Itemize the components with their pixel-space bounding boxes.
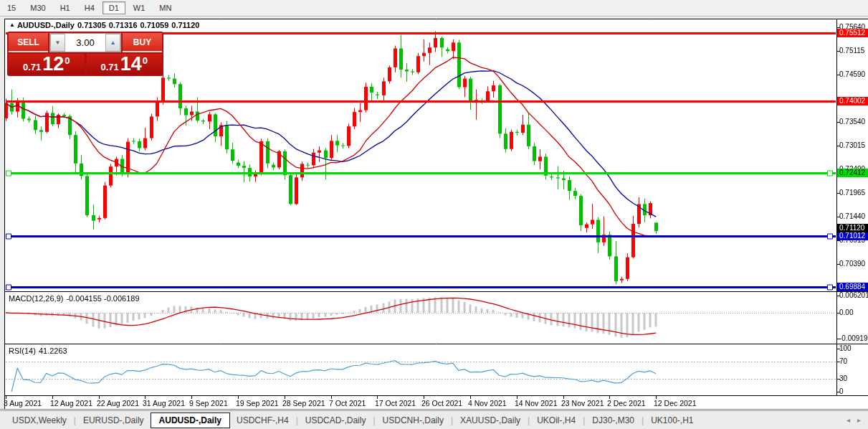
buy-price-prefix: 0.71	[100, 62, 118, 72]
chart-title: ▲AUDUSD-,Daily0.713050.713160.710590.711…	[9, 21, 202, 29]
timeframe-D1[interactable]: D1	[102, 1, 125, 14]
buy-button[interactable]: BUY	[123, 33, 162, 52]
date-axis-label: 4 Nov 2021	[468, 399, 507, 407]
rsi-label: RSI(14)41.2263	[9, 346, 70, 355]
tab-audusd-daily[interactable]: AUDUSD-,Daily	[151, 412, 230, 428]
timeframe-15[interactable]: 15	[1, 1, 22, 14]
volume-decrease-button[interactable]: ▼	[50, 34, 65, 52]
tab-xauusd-daily[interactable]: XAUUSD-,Daily	[454, 413, 527, 428]
price-axis-tick: 0.75115	[839, 47, 868, 55]
date-axis-label: 7 Oct 2021	[329, 399, 366, 407]
ohlc-close: 0.71120	[171, 21, 199, 29]
timeframe-H4[interactable]: H4	[78, 1, 101, 14]
timeframe-MN[interactable]: MN	[153, 1, 178, 14]
date-axis-label: 28 Sep 2021	[282, 399, 325, 407]
date-axis-label: 19 Sep 2021	[236, 399, 279, 407]
date-axis-label: 17 Oct 2021	[375, 399, 416, 407]
price-axis-tick: 0.70390	[839, 260, 868, 268]
one-click-trading-panel: SELL ▼ ▲ BUY 0.71120 0.71140	[7, 32, 163, 76]
sell-price-display[interactable]: 0.71120	[9, 54, 85, 75]
date-axis-label: 3 Aug 2021	[4, 399, 42, 407]
sell-button[interactable]: SELL	[9, 33, 48, 52]
hline-price-label: 0.72412	[837, 169, 868, 177]
date-axis-label: 22 Aug 2021	[97, 399, 139, 407]
tab-usdcad-daily[interactable]: USDCAD-,Daily	[299, 413, 373, 428]
current-price-label: 0.71120	[837, 224, 868, 232]
date-axis-label: 31 Aug 2021	[143, 399, 185, 407]
rsi-axis-tick: 70	[839, 357, 868, 366]
date-axis-label: 23 Nov 2021	[561, 399, 604, 407]
tab-usdchf-h4[interactable]: USDCHF-,H4	[230, 413, 295, 428]
hline-price-label: 0.69884	[837, 283, 868, 291]
macd-name: MACD(12,26,9)	[9, 294, 63, 303]
volume-input[interactable]	[65, 34, 105, 52]
date-axis-label: 26 Oct 2021	[421, 399, 462, 407]
sell-price-big: 12	[42, 55, 64, 72]
down-arrow-icon: ▼	[55, 39, 61, 46]
tab-uk100-h1[interactable]: UK100-,H1	[644, 413, 700, 428]
hline-price-label: 0.74002	[837, 97, 868, 105]
rsi-axis-tick: 100	[839, 344, 868, 353]
chart-symbol: AUDUSD-,Daily	[17, 21, 75, 29]
price-axis-tick: 0.73015	[839, 141, 868, 150]
date-axis-label: 2 Dec 2021	[607, 399, 646, 407]
tabs-scroll-left-icon[interactable]: ◂	[846, 416, 850, 424]
date-axis-label: 9 Sep 2021	[189, 399, 228, 407]
date-axis-label: 12 Aug 2021	[50, 399, 92, 407]
volume-increase-button[interactable]: ▲	[105, 34, 120, 52]
ohlc-open: 0.71305	[77, 21, 106, 29]
symbol-triangle-icon: ▲	[9, 22, 15, 28]
macd-axis-tick: 0.00	[839, 308, 868, 317]
sell-price-pip: 0	[65, 55, 70, 66]
date-axis-label: 14 Nov 2021	[515, 399, 558, 407]
macd-axis-tick: -0.009197	[839, 334, 868, 343]
tab-usdcnh-daily[interactable]: USDCNH-,Daily	[376, 413, 450, 428]
tab-eurusd-daily[interactable]: EURUSD-,Daily	[77, 413, 151, 428]
price-axis-tick: 0.71965	[839, 189, 868, 197]
timeframe-M30[interactable]: M30	[24, 1, 52, 14]
volume-spinner: ▼ ▲	[49, 33, 121, 52]
timeframe-H1[interactable]: H1	[54, 1, 77, 14]
up-arrow-icon: ▲	[110, 39, 116, 46]
tab-ukoil-h4[interactable]: UKOil-,H4	[530, 413, 582, 428]
rsi-axis-tick: 30	[839, 374, 868, 383]
buy-price-pip: 0	[143, 55, 148, 66]
price-axis-tick: 0.73540	[839, 118, 868, 126]
tab-usdx-weekly[interactable]: USDX,Weekly	[6, 413, 73, 428]
macd-label: MACD(12,26,9)-0.004155 -0.006189	[9, 294, 143, 303]
rsi-value: 41.2263	[39, 346, 67, 355]
timeframe-toolbar: 15M30H1H4D1W1MN	[0, 0, 868, 16]
macd-values: -0.004155 -0.006189	[66, 294, 139, 303]
timeframe-W1[interactable]: W1	[127, 1, 152, 14]
chart-tabs-bar: USDX,Weekly|EURUSD-,DailyAUDUSD-,DailyUS…	[0, 410, 868, 429]
buy-price-big: 14	[120, 55, 142, 72]
hline-price-label: 0.75512	[837, 29, 868, 37]
rsi-name: RSI(14)	[9, 346, 36, 355]
macd-axis-tick: 0.006201	[839, 291, 868, 300]
hline-price-label: 0.71012	[837, 232, 868, 240]
buy-price-display[interactable]: 0.71140	[87, 54, 163, 75]
sell-price-prefix: 0.71	[23, 62, 41, 72]
tab-dj30-m30[interactable]: DJ30-,M30	[586, 413, 641, 428]
price-axis-tick: 0.71440	[839, 212, 868, 221]
rsi-axis-tick: 0	[839, 387, 868, 396]
tabs-scroll-right-icon[interactable]: ▸	[857, 416, 861, 424]
ohlc-high: 0.71316	[109, 21, 138, 29]
ohlc-low: 0.71059	[140, 21, 169, 29]
date-axis-label: 12 Dec 2021	[654, 399, 697, 407]
price-axis-tick: 0.74590	[839, 70, 868, 79]
